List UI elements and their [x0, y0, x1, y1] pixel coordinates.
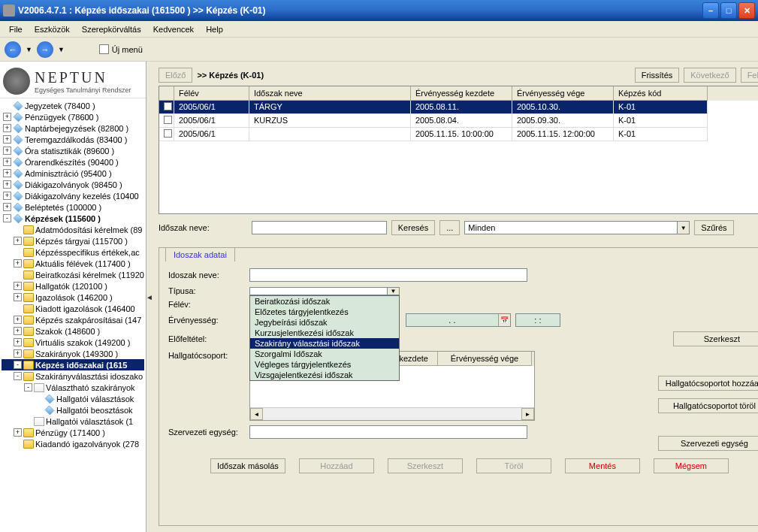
nav-back-dropdown[interactable]: ▼: [24, 46, 34, 53]
tree-toggle[interactable]: +: [3, 124, 11, 132]
navigation-tree[interactable]: Jegyzetek (78400 )+Pénzügyek (78600 )+Na…: [0, 98, 146, 532]
org-unit-button[interactable]: Szervezeti egység: [658, 436, 758, 451]
tree-toggle[interactable]: +: [14, 327, 22, 335]
tree-item[interactable]: Képzésspecifikus értékek,ac: [2, 246, 144, 258]
up-button[interactable]: Fel: [741, 68, 758, 83]
dropdown-option[interactable]: Szorgalmi Időszak: [250, 349, 399, 359]
tree-toggle[interactable]: +: [14, 259, 22, 268]
menu-file[interactable]: File: [3, 23, 29, 36]
tree-toggle[interactable]: +: [3, 135, 11, 144]
filter-button[interactable]: Szűrés: [694, 220, 733, 235]
dropdown-option[interactable]: Beiratkozási időszak: [250, 296, 399, 307]
tree-item[interactable]: +Aktuális félévek (117400 ): [2, 258, 144, 269]
new-menu-checkbox[interactable]: [99, 44, 109, 54]
tree-item[interactable]: +Képzés szakpárosításai (147: [2, 314, 144, 325]
tree-toggle[interactable]: +: [3, 180, 11, 189]
calendar-icon[interactable]: 📅: [498, 314, 510, 326]
tree-item[interactable]: +Szakok (148600 ): [2, 325, 144, 337]
tree-toggle[interactable]: +: [3, 158, 11, 166]
tree-toggle[interactable]: +: [14, 428, 22, 437]
row-checkbox[interactable]: [164, 102, 172, 110]
scroll-right-button[interactable]: ►: [521, 408, 534, 420]
tree-item[interactable]: +Naptárbejegyzések (82800 ): [2, 122, 144, 134]
grid-header-checkbox[interactable]: [159, 86, 174, 101]
refresh-button[interactable]: Frissítés: [635, 68, 680, 83]
tree-toggle[interactable]: +: [14, 349, 22, 358]
minimize-button[interactable]: –: [702, 2, 719, 19]
tree-toggle[interactable]: -: [14, 372, 22, 380]
close-button[interactable]: ✕: [738, 2, 755, 19]
tree-item[interactable]: +Diákigazolvány kezelés (10400: [2, 190, 144, 201]
tree-toggle[interactable]: +: [3, 147, 11, 155]
tree-toggle[interactable]: +: [14, 338, 22, 346]
edit-record-button[interactable]: Szerkeszt: [388, 458, 463, 473]
tree-item[interactable]: Hallgatói választások (1: [2, 416, 144, 427]
tree-item[interactable]: +Diákigazolványok (98450 ): [2, 179, 144, 190]
scroll-track[interactable]: [263, 408, 521, 420]
tree-item[interactable]: -Képzések (115600 ): [2, 213, 144, 224]
tree-item[interactable]: -Választható szakirányok: [2, 382, 144, 393]
tree-item[interactable]: +Virtuális szakok (149200 ): [2, 337, 144, 348]
dropdown-option[interactable]: Vizsgajelentkezési időszak: [250, 370, 399, 380]
next-button[interactable]: Következő: [684, 68, 735, 83]
dropdown-option[interactable]: Szakirány választási időszak: [250, 338, 399, 349]
add-button[interactable]: Hozzáad: [299, 458, 374, 473]
type-dropdown-list[interactable]: Beiratkozási időszakElőzetes tárgyjelent…: [249, 295, 400, 381]
type-dropdown[interactable]: ▼: [249, 287, 400, 295]
name-input[interactable]: [249, 268, 527, 282]
tree-toggle[interactable]: +: [14, 282, 22, 290]
tree-item[interactable]: +Pénzügyek (78600 ): [2, 111, 144, 122]
dropdown-option[interactable]: Jegybeírási időszak: [250, 317, 399, 328]
grid-row[interactable]: 2005/06/1KURZUS2005.08.04.2005.09.30.K-0…: [159, 114, 758, 128]
filter-dropdown[interactable]: Minden ▼: [464, 221, 690, 234]
row-checkbox[interactable]: [164, 129, 172, 138]
splitter[interactable]: ◄: [146, 62, 153, 532]
menu-help[interactable]: Help: [200, 23, 229, 36]
prev-button[interactable]: Előző: [159, 68, 193, 83]
tree-item[interactable]: +Óra statisztikák (89600 ): [2, 145, 144, 156]
search-more-button[interactable]: ...: [439, 220, 460, 235]
tree-toggle[interactable]: -: [14, 361, 22, 369]
delete-button[interactable]: Töröl: [476, 458, 551, 473]
validity-date-input[interactable]: . . 📅: [406, 313, 511, 327]
tree-item[interactable]: Jegyzetek (78400 ): [2, 100, 144, 111]
tree-item[interactable]: +Teremgazdálkodás (83400 ): [2, 134, 144, 145]
tree-item[interactable]: -Szakirányválasztási idoszako: [2, 370, 144, 382]
tree-toggle[interactable]: +: [14, 293, 22, 301]
tree-item[interactable]: Beiratkozási kérelmek (11920: [2, 269, 144, 280]
grid-header-period-name[interactable]: Időszak neve: [249, 86, 411, 101]
tree-item[interactable]: +Igazolások (146200 ): [2, 292, 144, 303]
org-input[interactable]: [249, 425, 527, 439]
tree-toggle[interactable]: +: [14, 237, 22, 245]
menu-roleswitch[interactable]: Szerepkörváltás: [76, 23, 147, 36]
periods-grid[interactable]: Félév Időszak neve Érvényesség kezdete É…: [159, 86, 758, 214]
search-button[interactable]: Keresés: [391, 220, 435, 235]
tree-item[interactable]: Kiadandó igazolványok (278: [2, 438, 144, 449]
tree-item[interactable]: Hallgatói választások: [2, 393, 144, 404]
dropdown-option[interactable]: Kurzusjelentkezési időszak: [250, 328, 399, 338]
dropdown-option[interactable]: Végleges tárgyjelentkezés: [250, 359, 399, 370]
nav-forward-dropdown[interactable]: ▼: [56, 46, 66, 53]
tree-item[interactable]: Kiadott igazolások (146400: [2, 303, 144, 314]
inner-col-valid-end[interactable]: Érvényesség vége: [438, 352, 532, 366]
tree-item[interactable]: +Szakirányok (149300 ): [2, 348, 144, 359]
tree-toggle[interactable]: -: [24, 383, 32, 391]
row-checkbox[interactable]: [164, 116, 172, 124]
tree-item[interactable]: +Pénzügy (171400 ): [2, 427, 144, 438]
tree-item[interactable]: +Képzés tárgyai (115700 ): [2, 235, 144, 246]
scroll-left-button[interactable]: ◄: [250, 408, 263, 420]
menu-tools[interactable]: Eszközök: [29, 23, 76, 36]
nav-back-button[interactable]: ←: [5, 41, 21, 58]
tree-item[interactable]: Adatmódosítási kérelmek (89: [2, 224, 144, 235]
search-input[interactable]: [252, 221, 387, 234]
validity-time-input[interactable]: : :: [515, 313, 560, 327]
cancel-button[interactable]: Mégsem: [654, 458, 729, 473]
tree-item[interactable]: +Hallgatók (120100 ): [2, 280, 144, 292]
dropdown-option[interactable]: Előzetes tárgyjelentkezés: [250, 307, 399, 317]
tree-item[interactable]: +Órarendkészítés (90400 ): [2, 156, 144, 168]
maximize-button[interactable]: □: [720, 2, 737, 19]
tab-period-data[interactable]: Idoszak adatai: [165, 247, 235, 261]
tree-toggle[interactable]: +: [3, 203, 11, 211]
edit-button[interactable]: Szerkeszt: [673, 331, 758, 346]
tree-item[interactable]: +Adminisztráció (95400 ): [2, 168, 144, 179]
